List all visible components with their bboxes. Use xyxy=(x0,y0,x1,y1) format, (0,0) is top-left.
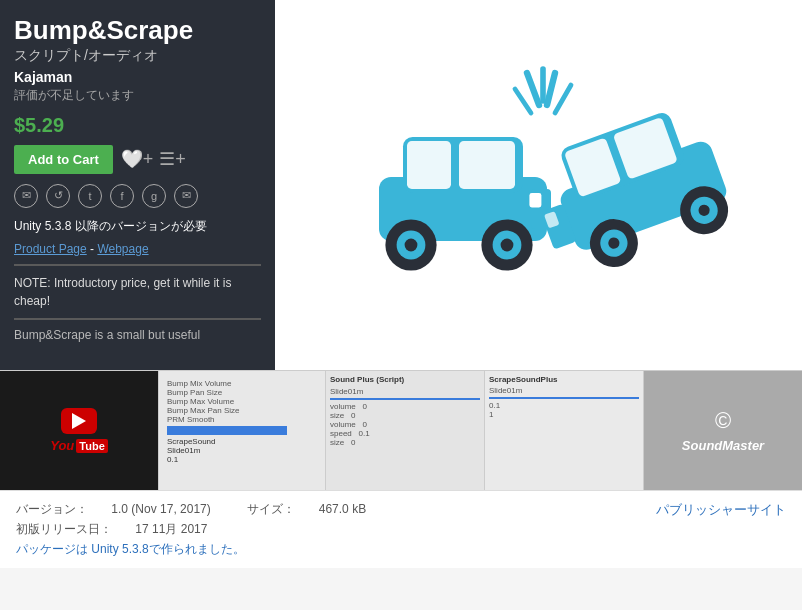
script-bar xyxy=(167,426,287,435)
share-link-icon[interactable]: ✉ xyxy=(174,184,198,208)
svg-line-15 xyxy=(555,85,571,113)
image-panel xyxy=(275,0,802,370)
version-row: バージョン： 1.0 (Nov 17, 2017) サイズ： 467.0 kB xyxy=(16,501,386,518)
script-thumb-content-3: ScrapeSoundPlus Slide01m 0.1 1 xyxy=(485,371,643,490)
share-email-icon[interactable]: ✉ xyxy=(14,184,38,208)
note-text: NOTE: Introductory price, get it while i… xyxy=(14,274,261,310)
thumbnails-strip: You Tube Bump Mix VolumeBump Pan SizeBum… xyxy=(0,370,802,490)
divider-bottom xyxy=(14,318,261,320)
script-thumb-content-1: Bump Mix VolumeBump Pan SizeBump Max Vol… xyxy=(163,375,321,486)
play-triangle-icon xyxy=(72,413,86,429)
sidebar: Bump&Scrape スクリプト/オーディオ Kajaman 評価が不足してい… xyxy=(0,0,275,370)
svg-rect-11 xyxy=(529,193,541,207)
package-note-row: パッケージは Unity 5.3.8で作られました。 xyxy=(16,541,386,558)
publisher-link[interactable]: パブリッシャーサイト xyxy=(656,502,786,517)
links-row: Product Page - Webpage xyxy=(14,242,261,256)
svg-line-13 xyxy=(547,73,555,105)
script-fields-2: Slide01m volume 0 size 0 volume 0 speed … xyxy=(330,387,480,447)
soundmaster-inner: © SoundMaster xyxy=(644,371,802,490)
script-thumbnail-3[interactable]: ScrapeSoundPlus Slide01m 0.1 1 xyxy=(485,371,644,490)
script-sub-1: ScrapeSoundSlide01m0.1 xyxy=(167,437,317,464)
svg-point-7 xyxy=(404,239,417,252)
size-value: 467.0 kB xyxy=(319,502,366,516)
youtube-thumb-inner: You Tube xyxy=(0,371,158,490)
car-collision-image xyxy=(339,45,739,325)
share-twitter-icon[interactable]: t xyxy=(78,184,102,208)
soundmaster-label: SoundMaster xyxy=(682,438,764,453)
script-header-3: ScrapeSoundPlus xyxy=(489,375,639,384)
youtube-tube-label: Tube xyxy=(76,439,107,453)
top-section: Bump&Scrape スクリプト/オーディオ Kajaman 評価が不足してい… xyxy=(0,0,802,370)
wishlist-icons: 🤍+ ☰+ xyxy=(121,148,186,170)
publisher-site-link[interactable]: パブリッシャーサイト xyxy=(656,501,786,519)
social-icons: ✉ ↺ t f g ✉ xyxy=(14,184,261,208)
release-row: 初版リリース日： 17 11月 2017 xyxy=(16,521,386,538)
svg-point-10 xyxy=(500,239,513,252)
script-fields-3: Slide01m 0.1 1 xyxy=(489,386,639,419)
version-value: 1.0 (Nov 17, 2017) xyxy=(111,502,210,516)
product-price: $5.29 xyxy=(14,114,261,137)
add-to-cart-button[interactable]: Add to Cart xyxy=(14,145,113,174)
soundmaster-c-icon: © xyxy=(715,408,731,434)
add-to-cart-row: Add to Cart 🤍+ ☰+ xyxy=(14,145,261,174)
release-date-value: 17 11月 2017 xyxy=(135,522,207,536)
wishlist-list-icon[interactable]: ☰+ xyxy=(159,148,186,170)
svg-line-14 xyxy=(515,89,531,113)
main-container: Bump&Scrape スクリプト/オーディオ Kajaman 評価が不足してい… xyxy=(0,0,802,568)
script-header-1: Bump Mix VolumeBump Pan SizeBump Max Vol… xyxy=(167,379,317,424)
youtube-play-button xyxy=(61,408,97,434)
product-author: Kajaman xyxy=(14,69,261,85)
script-thumbnail-2[interactable]: Sound Plus (Script) Slide01m volume 0 si… xyxy=(326,371,485,490)
wishlist-add-icon[interactable]: 🤍+ xyxy=(121,148,154,170)
divider-top xyxy=(14,264,261,266)
version-label: バージョン： xyxy=(16,502,88,516)
svg-rect-3 xyxy=(407,141,451,189)
svg-rect-4 xyxy=(459,141,515,189)
soundmaster-thumbnail[interactable]: © SoundMaster xyxy=(644,371,802,490)
info-bar: バージョン： 1.0 (Nov 17, 2017) サイズ： 467.0 kB … xyxy=(0,490,802,568)
package-note: パッケージは Unity 5.3.8で作られました。 xyxy=(16,542,245,556)
youtube-you-label: You xyxy=(50,438,74,453)
release-date-label: 初版リリース日： xyxy=(16,522,112,536)
product-title: Bump&Scrape xyxy=(14,16,261,45)
product-subtitle: スクリプト/オーディオ xyxy=(14,47,261,65)
size-label: サイズ： xyxy=(247,502,295,516)
script-thumbnail-1[interactable]: Bump Mix VolumeBump Pan SizeBump Max Vol… xyxy=(159,371,326,490)
description-text: Bump&Scrape is a small but useful xyxy=(14,328,261,342)
share-googleplus-icon[interactable]: g xyxy=(142,184,166,208)
share-facebook-icon[interactable]: f xyxy=(110,184,134,208)
requirement-text: Unity 5.3.8 以降のバージョンが必要 xyxy=(14,218,261,235)
webpage-link[interactable]: Webpage xyxy=(97,242,148,256)
info-left: バージョン： 1.0 (Nov 17, 2017) サイズ： 467.0 kB … xyxy=(16,501,386,558)
youtube-thumbnail[interactable]: You Tube xyxy=(0,371,159,490)
script-header-2: Sound Plus (Script) xyxy=(330,375,480,384)
product-rating: 評価が不足しています xyxy=(14,87,261,104)
svg-line-12 xyxy=(527,73,539,105)
product-page-link[interactable]: Product Page xyxy=(14,242,87,256)
script-thumb-content-2: Sound Plus (Script) Slide01m volume 0 si… xyxy=(326,371,484,490)
share-refresh-icon[interactable]: ↺ xyxy=(46,184,70,208)
